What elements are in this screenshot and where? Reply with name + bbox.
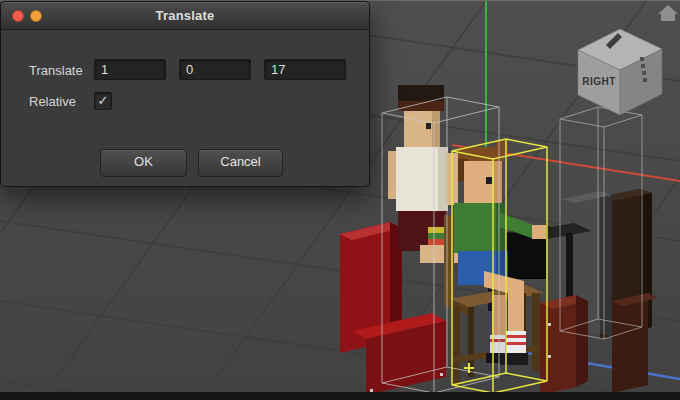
translate-z-input[interactable]	[264, 59, 346, 80]
home-icon	[658, 5, 678, 14]
ok-button[interactable]: OK	[100, 149, 187, 177]
cancel-button[interactable]: Cancel	[198, 149, 283, 177]
view-cube-face-label: RIGHT	[582, 76, 616, 87]
translate-label: Translate	[29, 63, 83, 78]
relative-checkbox[interactable]: ✓	[94, 92, 112, 110]
voxel-monitor	[502, 233, 546, 279]
window-edge	[0, 392, 680, 400]
relative-label: Relative	[29, 94, 76, 109]
translate-dialog: Translate Translate Relative ✓ OK Cancel	[0, 1, 370, 187]
translate-x-input[interactable]	[94, 59, 166, 80]
dialog-title: Translate	[1, 8, 369, 23]
checkmark-icon: ✓	[98, 93, 109, 108]
view-cube[interactable]: RIGHT	[578, 29, 662, 115]
translate-y-input[interactable]	[179, 59, 251, 80]
home-button[interactable]	[658, 5, 678, 21]
dialog-titlebar[interactable]: Translate	[1, 2, 369, 30]
app-window: RIGHT Translate Translate	[0, 0, 680, 400]
